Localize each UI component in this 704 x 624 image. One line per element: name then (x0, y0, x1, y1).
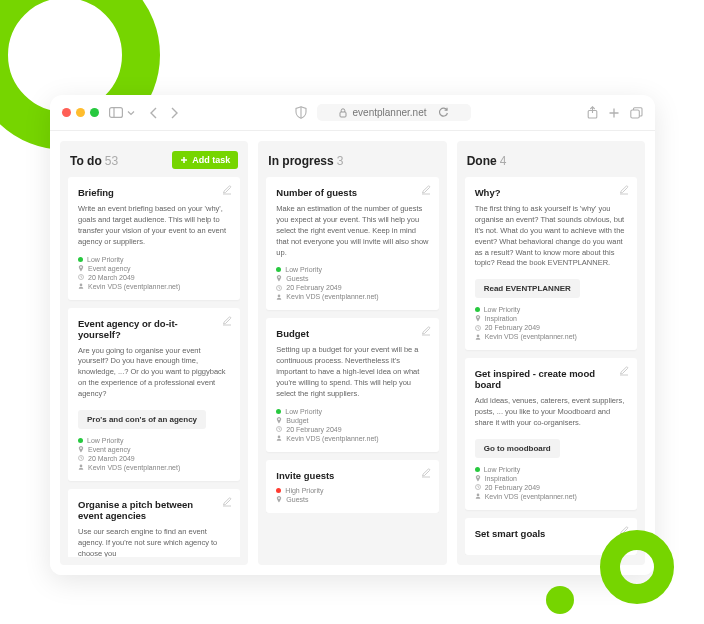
card-meta: Low PriorityEvent agency20 March 2049Kev… (78, 256, 230, 290)
pin-icon (78, 265, 84, 272)
add-task-button[interactable]: Add task (172, 151, 238, 169)
task-card[interactable]: BriefingWrite an event briefing based on… (68, 177, 240, 300)
maximize-window-button[interactable] (90, 108, 99, 117)
svg-point-14 (80, 465, 83, 468)
svg-point-18 (278, 436, 281, 439)
svg-point-20 (476, 334, 479, 337)
pin-icon (78, 446, 84, 453)
card-title: Briefing (78, 187, 230, 198)
card-title: Budget (276, 328, 428, 339)
card-title: Event agency or do-it-yourself? (78, 318, 230, 340)
column-count: 3 (337, 154, 344, 168)
close-window-button[interactable] (62, 108, 71, 117)
column-title: Done (467, 154, 497, 168)
priority-dot-icon (276, 409, 281, 414)
new-tab-icon[interactable] (608, 106, 620, 119)
task-card[interactable]: Number of guestsMake an estimation of th… (266, 177, 438, 310)
card-description: Write an event briefing based on your 'w… (78, 204, 230, 248)
card-description: Use our search engine to find an event a… (78, 527, 230, 557)
category-label: Guests (286, 496, 308, 503)
date-label: 20 February 2049 (485, 484, 540, 491)
forward-button[interactable] (169, 107, 179, 119)
shield-icon[interactable] (295, 106, 307, 119)
minimize-window-button[interactable] (76, 108, 85, 117)
pin-icon (276, 417, 282, 424)
pin-icon (276, 275, 282, 282)
clock-icon (475, 484, 481, 490)
chevron-down-icon[interactable] (127, 109, 135, 117)
edit-icon[interactable] (222, 185, 232, 195)
priority-dot-icon (78, 438, 83, 443)
card-action-button[interactable]: Go to moodboard (475, 439, 560, 458)
card-description: Are you going to organise your event you… (78, 346, 230, 400)
assignee-label: Kevin VDS (eventplanner.net) (286, 435, 378, 442)
priority-row: Low Priority (475, 466, 627, 473)
card-title: Organise a pitch between event agencies (78, 499, 230, 521)
date-row: 20 February 2049 (475, 324, 627, 331)
task-card[interactable]: BudgetSetting up a budget for your event… (266, 318, 438, 451)
category-label: Budget (286, 417, 308, 424)
card-action-button[interactable]: Read EVENTPLANNER (475, 279, 580, 298)
svg-rect-8 (631, 110, 640, 118)
category-row: Inspiration (475, 475, 627, 482)
tabs-icon[interactable] (630, 106, 643, 119)
edit-icon[interactable] (421, 185, 431, 195)
priority-row: Low Priority (78, 256, 230, 263)
date-label: 20 February 2049 (485, 324, 540, 331)
sidebar-toggle-icon[interactable] (109, 107, 123, 118)
task-card[interactable]: Invite guestsHigh PriorityGuests (266, 460, 438, 513)
card-action-button[interactable]: Pro's and con's of an agency (78, 410, 206, 429)
clock-icon (276, 426, 282, 432)
card-meta: Low PriorityInspiration20 February 2049K… (475, 466, 627, 500)
back-button[interactable] (149, 107, 159, 119)
person-icon (475, 493, 481, 499)
window-controls (62, 108, 99, 117)
edit-icon[interactable] (222, 497, 232, 507)
browser-window: eventplanner.net To do53Add taskBriefing… (50, 95, 655, 575)
priority-dot-icon (78, 257, 83, 262)
task-card[interactable]: Organise a pitch between event agenciesU… (68, 489, 240, 557)
date-row: 20 February 2049 (276, 426, 428, 433)
edit-icon[interactable] (421, 326, 431, 336)
assignee-label: Kevin VDS (eventplanner.net) (88, 464, 180, 471)
assignee-label: Kevin VDS (eventplanner.net) (88, 283, 180, 290)
category-label: Guests (286, 275, 308, 282)
column-count: 4 (500, 154, 507, 168)
person-icon (78, 464, 84, 470)
card-meta: High PriorityGuests (276, 487, 428, 503)
svg-point-22 (476, 494, 479, 497)
pin-icon (475, 475, 481, 482)
kanban-board: To do53Add taskBriefingWrite an event br… (50, 131, 655, 575)
edit-icon[interactable] (421, 468, 431, 478)
assignee-row: Kevin VDS (eventplanner.net) (276, 293, 428, 300)
column-header: Done4 (465, 149, 637, 177)
category-row: Event agency (78, 265, 230, 272)
share-icon[interactable] (587, 106, 598, 119)
date-row: 20 March 2049 (78, 455, 230, 462)
browser-titlebar: eventplanner.net (50, 95, 655, 131)
address-bar[interactable]: eventplanner.net (317, 104, 472, 121)
card-title: Why? (475, 187, 627, 198)
assignee-row: Kevin VDS (eventplanner.net) (276, 435, 428, 442)
edit-icon[interactable] (619, 366, 629, 376)
date-label: 20 February 2049 (286, 426, 341, 433)
kanban-column: To do53Add taskBriefingWrite an event br… (60, 141, 248, 565)
priority-dot-icon (475, 307, 480, 312)
priority-dot-icon (276, 267, 281, 272)
priority-label: Low Priority (285, 266, 322, 273)
task-card[interactable]: Event agency or do-it-yourself?Are you g… (68, 308, 240, 481)
category-label: Inspiration (485, 315, 517, 322)
reload-icon[interactable] (438, 107, 449, 118)
add-task-label: Add task (192, 155, 230, 165)
assignee-label: Kevin VDS (eventplanner.net) (485, 493, 577, 500)
task-card[interactable]: Why?The first thing to ask yourself is '… (465, 177, 637, 350)
edit-icon[interactable] (619, 185, 629, 195)
task-card[interactable]: Get inspired - create mood boardAdd idea… (465, 358, 637, 510)
category-label: Inspiration (485, 475, 517, 482)
pin-icon (276, 496, 282, 503)
column-header: To do53Add task (68, 149, 240, 177)
priority-label: Low Priority (285, 408, 322, 415)
decorative-ring-small (600, 530, 674, 604)
edit-icon[interactable] (222, 316, 232, 326)
svg-point-16 (278, 294, 281, 297)
